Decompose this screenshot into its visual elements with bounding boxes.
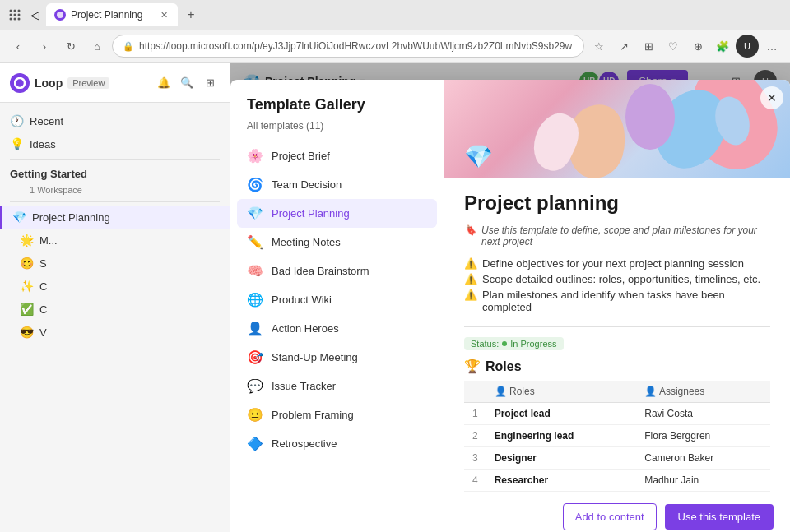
blob-container: 💎 [444,80,790,178]
wallet-icon[interactable]: ⊕ [686,35,709,58]
team-decision-icon: 🌀 [247,177,263,192]
page-label-v: V [40,326,47,339]
template-item-retrospective[interactable]: 🔷 Retrospective [237,429,437,458]
template-gallery-title: Template Gallery [230,80,444,117]
bullet-3-text: Plan milestones and identify when tasks … [482,289,770,313]
template-item-bad-idea[interactable]: 🧠 Bad Idea Brainstorm [237,257,437,285]
product-wiki-icon: 🌐 [247,292,263,308]
extensions-icon[interactable]: 🧩 [711,35,734,58]
main-content: 💎 Project Planning ▾ UB UD Share ▾ … [230,63,790,532]
sidebar-item-ideas[interactable]: 💡 Ideas [0,132,230,155]
collections-icon[interactable]: ↗ [612,35,635,58]
tab-favicon [54,9,66,21]
svg-point-10 [15,78,25,88]
roles-title: 🏆 Roles [464,359,770,374]
svg-point-8 [18,18,21,21]
refresh-button[interactable]: ↻ [59,35,82,58]
sidebar-item-m[interactable]: 🌟 M... [0,229,230,252]
modal-close-button[interactable]: ✕ [760,86,783,109]
tab-close-button[interactable]: ✕ [159,8,170,22]
svg-point-0 [10,10,12,12]
template-label-project-planning: Project Planning [272,207,350,220]
template-item-standup[interactable]: 🎯 Stand-Up Meeting [237,343,437,372]
sidebar-item-c1[interactable]: ✨ C [0,275,230,298]
preview-diamond-icon: 💎 [464,143,493,170]
template-item-issue-tracker[interactable]: 💬 Issue Tracker [237,372,437,400]
roles-table: 👤 Roles 👤 Assignees [464,381,770,492]
template-item-action-heroes[interactable]: 👤 Action Heroes [237,314,437,343]
active-tab[interactable]: Project Planning ✕ [46,3,178,26]
template-label-issue-tracker: Issue Tracker [272,380,336,392]
page-diamond-icon: 💎 [12,210,26,224]
split-screen-icon[interactable]: ⊞ [637,35,660,58]
browser-chrome: ◁ Project Planning ✕ + ‹ › ↻ ⌂ 🔒 https:/… [0,0,790,63]
back-button[interactable]: ‹ [7,35,30,58]
preview-body: Project planning 🔖 Use this template to … [444,178,790,532]
bullet-2-icon: ⚠️ [464,273,477,285]
address-bar[interactable]: 🔒 https://loop.microsoft.com/p/eyJ3Jjp7l… [112,35,584,58]
template-item-product-wiki[interactable]: 🌐 Product Wiki [237,285,437,314]
notification-icon[interactable]: 🔔 [154,73,174,93]
browser-toolbar-icons: ☆ ↗ ⊞ ♡ ⊕ 🧩 U … [588,35,783,58]
heart-icon[interactable]: ♡ [662,35,685,58]
ideas-icon: 💡 [10,137,23,150]
svg-point-3 [10,14,12,16]
row-2-role: Engineering lead [486,425,637,447]
page-smile-icon: 😊 [20,257,33,270]
sidebar-item-recent[interactable]: 🕐 Recent [0,109,230,132]
use-template-button[interactable]: Use this template [665,504,774,530]
table-row-1: 1 Project lead Ravi Costa [464,403,770,425]
sidebar-label-ideas: Ideas [30,138,56,150]
add-content-button[interactable]: Add to content [563,503,657,530]
table-row-2: 2 Engineering lead Flora Berggren [464,425,770,447]
home-button[interactable]: ⌂ [86,35,109,58]
address-bar-row: ‹ › ↻ ⌂ 🔒 https://loop.microsoft.com/p/e… [0,30,790,62]
col-roles: 👤 Roles [486,381,637,403]
preview-bullets: ⚠️ Define objectives for your next proje… [464,257,770,313]
browser-more-icon[interactable]: … [760,35,783,58]
template-label-meeting-notes: Meeting Notes [272,236,341,248]
bullet-1: ⚠️ Define objectives for your next proje… [464,257,770,270]
favorites-icon[interactable]: ☆ [588,35,611,58]
sidebar-item-project-planning[interactable]: 💎 Project Planning [0,206,230,229]
loop-icon [10,73,30,93]
retrospective-icon: 🔷 [247,436,263,451]
template-item-project-planning[interactable]: 💎 Project Planning [237,199,437,228]
row-1-num: 1 [464,403,486,425]
bullet-3: ⚠️ Plan milestones and identify when tas… [464,289,770,313]
bullet-1-icon: ⚠️ [464,257,477,270]
svg-point-9 [57,12,63,18]
row-4-role: Researcher [486,470,637,492]
loop-logo[interactable]: Loop Preview [10,73,109,93]
sidebar-item-s[interactable]: 😊 S [0,252,230,275]
sidebar-item-v[interactable]: 😎 V [0,321,230,344]
preview-divider [464,326,770,327]
tab-bar: ◁ Project Planning ✕ + [0,0,790,30]
blob-purple [625,84,675,150]
template-label-action-heroes: Action Heroes [272,322,339,335]
sidebar-item-getting-started[interactable]: Getting Started [0,163,230,185]
recent-icon: 🕐 [10,114,23,127]
bullet-3-icon: ⚠️ [464,289,477,301]
sidebar-item-c2[interactable]: ✅ C [0,298,230,321]
close-icon: ✕ [767,91,777,104]
template-item-problem-framing[interactable]: 😐 Problem Framing [237,400,437,429]
template-item-project-brief[interactable]: 🌸 Project Brief [237,141,437,170]
new-tab-button[interactable]: + [181,5,201,25]
address-text: https://loop.microsoft.com/p/eyJ3Jjp7lnU… [139,40,574,52]
row-2-num: 2 [464,425,486,447]
forward-button[interactable]: › [33,35,56,58]
lock-icon: 🔒 [123,41,134,52]
template-list: 🌸 Project Brief 🌀 Team Decision 💎 Projec… [230,141,444,532]
table-row-3: 3 Designer Cameron Baker [464,447,770,470]
svg-point-4 [14,14,16,16]
grid-icon[interactable]: ⊞ [200,73,220,93]
profile-icon[interactable]: U [736,35,759,58]
svg-point-5 [18,14,21,16]
project-brief-icon: 🌸 [247,148,263,164]
template-item-meeting-notes[interactable]: ✏️ Meeting Notes [237,228,437,257]
browser-back-icon[interactable]: ◁ [26,7,43,23]
browser-menu-icon[interactable] [7,7,23,23]
search-icon[interactable]: 🔍 [177,73,197,93]
template-item-team-decision[interactable]: 🌀 Team Decision [237,170,437,199]
